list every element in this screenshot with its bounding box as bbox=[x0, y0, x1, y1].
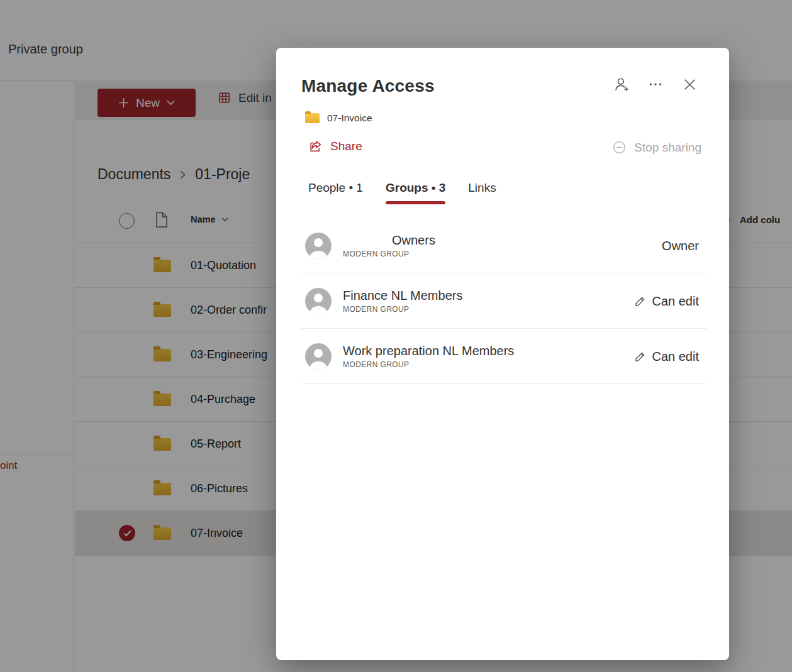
group-info: Owners MODERN GROUP bbox=[343, 233, 662, 258]
stop-sharing-button[interactable]: Stop sharing bbox=[612, 140, 701, 155]
group-role-label: Owner bbox=[662, 239, 699, 253]
access-tabs: People • 1 Groups • 3 Links bbox=[308, 181, 496, 204]
group-name: Finance NL Members bbox=[343, 289, 633, 303]
group-role-dropdown[interactable]: Can edit bbox=[633, 294, 700, 309]
tab-links[interactable]: Links bbox=[468, 181, 496, 204]
dialog-item-name: 07-Invoice bbox=[327, 113, 372, 124]
folder-icon bbox=[305, 113, 320, 123]
group-name: Owners bbox=[343, 233, 662, 248]
group-name: Work preparation NL Members bbox=[343, 344, 633, 358]
group-role-label: Can edit bbox=[652, 350, 700, 364]
more-icon[interactable] bbox=[647, 75, 664, 93]
pencil-icon bbox=[633, 350, 647, 363]
close-icon[interactable] bbox=[681, 75, 698, 93]
dialog-header-actions bbox=[613, 75, 698, 93]
group-role: Owner bbox=[662, 239, 699, 253]
group-type: MODERN GROUP bbox=[343, 250, 662, 258]
pencil-icon bbox=[633, 295, 647, 308]
group-role-label: Can edit bbox=[652, 294, 700, 309]
group-avatar bbox=[305, 233, 332, 259]
dialog-title: Manage Access bbox=[301, 76, 435, 96]
blocked-circle-icon bbox=[612, 140, 627, 155]
group-avatar bbox=[305, 288, 332, 314]
group-row: Owners MODERN GROUP Owner bbox=[276, 218, 729, 273]
dialog-item-row: 07-Invoice bbox=[305, 113, 372, 124]
share-label: Share bbox=[330, 140, 362, 153]
group-type: MODERN GROUP bbox=[343, 305, 633, 314]
share-button[interactable]: Share bbox=[308, 138, 362, 154]
group-row: Finance NL Members MODERN GROUP Can edit bbox=[276, 273, 729, 329]
groups-list: Owners MODERN GROUP Owner Finance NL Mem… bbox=[276, 218, 729, 384]
group-row: Work preparation NL Members MODERN GROUP… bbox=[276, 329, 729, 384]
group-info: Finance NL Members MODERN GROUP bbox=[343, 289, 633, 314]
manage-access-dialog: Manage Access 07-Invoice Share Stop shar… bbox=[276, 48, 729, 660]
group-role-dropdown[interactable]: Can edit bbox=[633, 350, 700, 364]
group-avatar bbox=[305, 343, 332, 370]
stop-sharing-label: Stop sharing bbox=[634, 141, 701, 155]
tab-groups[interactable]: Groups • 3 bbox=[386, 181, 445, 204]
group-info: Work preparation NL Members MODERN GROUP bbox=[343, 344, 633, 369]
group-type: MODERN GROUP bbox=[343, 360, 633, 369]
tab-people[interactable]: People • 1 bbox=[308, 181, 363, 204]
share-icon bbox=[308, 138, 323, 154]
add-user-icon[interactable] bbox=[613, 75, 630, 93]
